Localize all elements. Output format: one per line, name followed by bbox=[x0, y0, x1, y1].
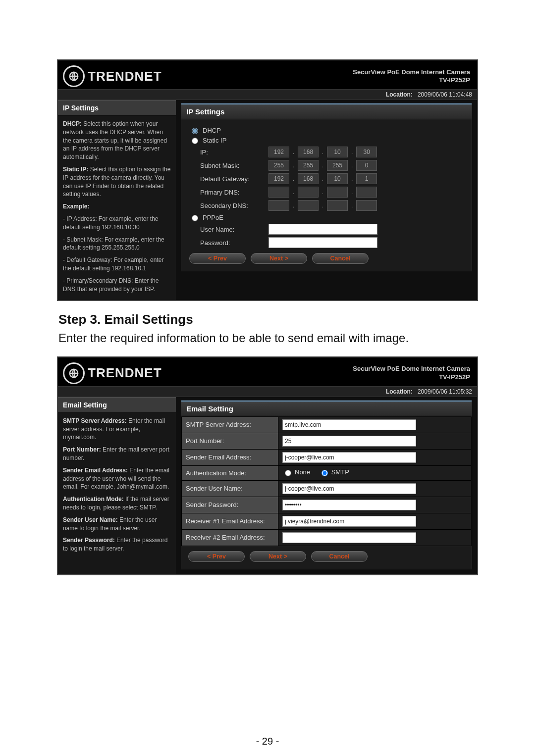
panel-heading: Email Setting bbox=[181, 401, 472, 416]
sidebar-title: Email Setting bbox=[58, 397, 176, 413]
auth-smtp-radio[interactable]: SMTP bbox=[319, 468, 349, 476]
ip-octet-3[interactable] bbox=[327, 147, 348, 157]
pppoe-user-label: User Name: bbox=[200, 226, 266, 233]
ip-octet-2[interactable] bbox=[298, 147, 319, 157]
next-button[interactable]: Next > bbox=[250, 551, 306, 562]
help-ip: - IP Address: For example, enter the def… bbox=[58, 211, 176, 232]
sender-email-input[interactable] bbox=[282, 452, 416, 463]
pppoe-user-input[interactable] bbox=[268, 224, 377, 235]
pppoe-radio[interactable]: PPPoE bbox=[189, 213, 464, 221]
page-number: - 29 - bbox=[0, 736, 535, 747]
email-setting-panel: TRENDNET SecurView PoE Dome Internet Cam… bbox=[57, 356, 478, 575]
dhcp-radio[interactable]: DHCP bbox=[189, 126, 464, 134]
globe-icon bbox=[63, 65, 85, 87]
step-paragraph: Enter the required information to be abl… bbox=[58, 330, 477, 346]
panel-heading: IP Settings bbox=[181, 103, 472, 119]
pppoe-pass-input[interactable] bbox=[268, 237, 377, 248]
mask-octet-1[interactable] bbox=[268, 160, 289, 171]
help-dns: - Primary/Secondary DNS: Enter the DNS t… bbox=[58, 273, 176, 294]
receiver1-input[interactable] bbox=[282, 516, 416, 527]
sender-pass-label: Sender Password: bbox=[182, 497, 278, 513]
location-bar: Location:2009/06/06 11:05:32 bbox=[58, 386, 477, 397]
ip-octet-4[interactable] bbox=[356, 147, 377, 157]
secondary-dns-label: Secondary DNS: bbox=[200, 202, 266, 209]
port-label: Port Number: bbox=[182, 433, 278, 449]
primary-dns-label: Primary DNS: bbox=[200, 189, 266, 196]
smtp-input[interactable] bbox=[282, 419, 416, 430]
pppoe-pass-label: Password: bbox=[200, 239, 266, 247]
receiver2-label: Receiver #2 Email Address: bbox=[182, 529, 278, 546]
cancel-button[interactable]: Cancel bbox=[312, 253, 369, 264]
mask-octet-2[interactable] bbox=[298, 160, 319, 171]
brand-text: TRENDNET bbox=[88, 69, 162, 84]
port-input[interactable] bbox=[282, 436, 416, 447]
ip-octet-1[interactable] bbox=[268, 147, 289, 157]
help-mask: - Subnet Mask: For example, enter the de… bbox=[58, 232, 176, 252]
gw-octet-1[interactable] bbox=[268, 173, 289, 184]
help-static: Static IP: Select this option to assign … bbox=[58, 161, 176, 199]
gw-octet-3[interactable] bbox=[327, 173, 348, 184]
ip-label: IP: bbox=[200, 149, 266, 156]
mask-octet-4[interactable] bbox=[356, 160, 377, 171]
auth-mode-label: Authentication Mode: bbox=[182, 465, 278, 480]
brand-logo: TRENDNET bbox=[63, 362, 162, 384]
location-bar: Location:2009/06/06 11:04:48 bbox=[58, 89, 477, 100]
sender-pass-input[interactable] bbox=[282, 500, 416, 510]
auth-none-radio[interactable]: None bbox=[282, 468, 310, 476]
subnet-label: Subnet Mask: bbox=[200, 162, 266, 169]
step-heading: Step 3. Email Settings bbox=[58, 312, 535, 327]
prev-button[interactable]: < Prev bbox=[188, 551, 245, 562]
gw-octet-4[interactable] bbox=[356, 173, 377, 184]
pdns-octet[interactable] bbox=[268, 187, 289, 198]
sdns-octet[interactable] bbox=[268, 200, 289, 211]
receiver2-input[interactable] bbox=[282, 532, 416, 543]
smtp-label: SMTP Server Address: bbox=[182, 416, 278, 433]
globe-icon bbox=[63, 362, 85, 384]
sender-email-label: Sender Email Address: bbox=[182, 449, 278, 465]
prev-button[interactable]: < Prev bbox=[189, 253, 246, 264]
receiver1-label: Receiver #1 Email Address: bbox=[182, 513, 278, 529]
sender-user-label: Sender User Name: bbox=[182, 480, 278, 497]
product-title: SecurView PoE Dome Internet Camera TV-IP… bbox=[353, 365, 470, 381]
sidebar-title: IP Settings bbox=[58, 100, 176, 116]
ip-settings-panel: TRENDNET SecurView PoE Dome Internet Cam… bbox=[57, 59, 478, 301]
mask-octet-3[interactable] bbox=[327, 160, 348, 171]
product-title: SecurView PoE Dome Internet Camera TV-IP… bbox=[353, 68, 470, 85]
brand-logo: TRENDNET bbox=[63, 65, 162, 87]
help-gw: - Default Gateway: For example, enter th… bbox=[58, 252, 176, 273]
gw-octet-2[interactable] bbox=[298, 173, 319, 184]
static-ip-radio[interactable]: Static IP bbox=[189, 136, 464, 144]
sender-user-input[interactable] bbox=[282, 483, 416, 494]
gateway-label: Default Gateway: bbox=[200, 175, 266, 183]
help-dhcp: DHCP: Select this option when your netwo… bbox=[58, 116, 176, 161]
next-button[interactable]: Next > bbox=[251, 253, 307, 264]
cancel-button[interactable]: Cancel bbox=[311, 551, 368, 562]
help-example: Example: bbox=[58, 199, 176, 211]
